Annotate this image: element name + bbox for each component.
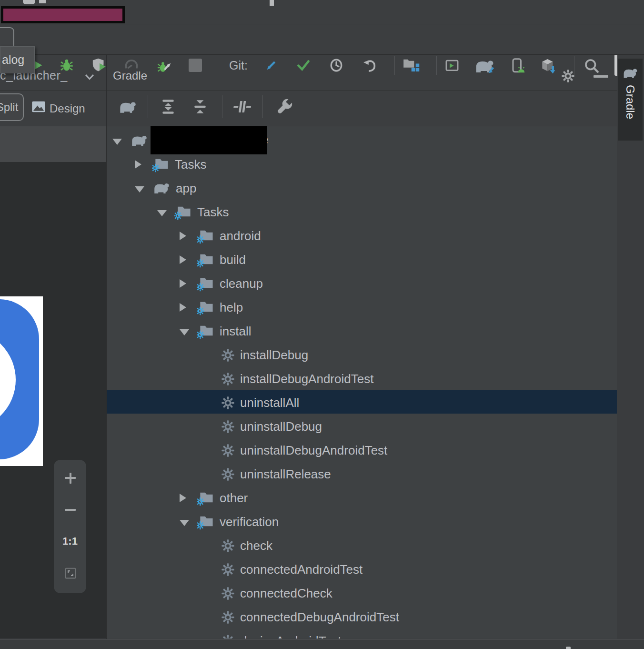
task-folder-icon <box>197 323 215 340</box>
tree-row-verification[interactable]: verification <box>107 509 617 533</box>
gradle-module-icon <box>152 181 171 196</box>
gradle-module-icon <box>130 133 149 148</box>
tree-row-label: uninstallDebugAndroidTest <box>240 443 387 457</box>
gradle-task-icon <box>221 610 235 625</box>
toolbar-separator <box>216 56 216 75</box>
sdk-manager-icon[interactable] <box>539 57 558 75</box>
collapse-all-icon[interactable] <box>191 96 210 117</box>
update-project-icon[interactable] <box>263 57 279 73</box>
tree-row-connectedCheck[interactable]: connectedCheck <box>107 580 617 604</box>
tree-row-build[interactable]: build <box>107 247 617 271</box>
tree-row-uninstallRelease[interactable]: uninstallRelease <box>107 461 617 485</box>
editor-tab-strip: >> <box>0 126 106 162</box>
window-title-fragment <box>39 0 46 3</box>
tree-row-cleanup[interactable]: cleanup <box>107 271 617 294</box>
tree-row-check[interactable]: check <box>107 533 617 557</box>
tree-row-label: build <box>220 253 246 267</box>
gradle-task-icon <box>221 586 235 601</box>
task-folder-icon <box>197 252 215 268</box>
tooltip-text: alog <box>2 53 24 66</box>
split-mode-button[interactable]: Split <box>0 93 24 121</box>
task-folder-icon <box>197 275 215 292</box>
task-folder-icon <box>152 156 170 173</box>
history-icon[interactable] <box>328 57 344 73</box>
toolbar-separator <box>262 95 263 118</box>
tree-row-label: Tasks <box>197 205 229 219</box>
tree-row-other[interactable]: other <box>107 485 617 509</box>
tree-row-label: uninstallDebug <box>240 419 322 434</box>
tree-row-uninstallDebugAndroidTest[interactable]: uninstallDebugAndroidTest <box>107 437 617 461</box>
zoom-actual-size-button[interactable]: 1:1 <box>54 535 86 548</box>
collapse-arrow-icon[interactable] <box>135 176 147 200</box>
window-title-fragment <box>270 0 274 6</box>
tree-row-install[interactable]: install <box>107 318 617 342</box>
status-bar <box>0 639 644 649</box>
design-preview-canvas: 1:1 <box>0 162 106 639</box>
tree-row-uninstallAll[interactable]: uninstallAll <box>107 390 617 414</box>
tree-row-android[interactable]: android <box>107 223 617 247</box>
tool-window-strip: Gradle <box>617 55 644 649</box>
hide-panel-icon[interactable] <box>594 75 608 78</box>
gradle-strip-tab-label: Gradle <box>624 85 637 119</box>
expand-arrow-icon[interactable] <box>180 295 192 319</box>
tree-row-label: verification <box>220 515 279 529</box>
tree-row-connectedAndroidTest[interactable]: connectedAndroidTest <box>107 557 617 580</box>
gradle-sync-icon[interactable] <box>473 57 495 75</box>
tree-row-uninstallDebug[interactable]: uninstallDebug <box>107 414 617 437</box>
design-mode-button[interactable]: Design <box>50 102 85 115</box>
settings-gear-icon[interactable] <box>561 69 575 83</box>
commit-icon[interactable] <box>295 57 312 73</box>
divider <box>0 54 644 55</box>
collapse-arrow-icon[interactable] <box>180 510 192 534</box>
gradle-task-icon <box>221 443 235 458</box>
task-folder-icon <box>174 204 192 221</box>
android-studio-window: Git: <box>0 0 644 649</box>
tree-row-deviceAndroidTest[interactable]: deviceAndroidTest <box>107 628 617 639</box>
tree-row-label: deviceAndroidTest <box>240 634 341 639</box>
collapse-arrow-icon[interactable] <box>157 200 170 224</box>
tree-row-help[interactable]: help <box>107 294 617 318</box>
main-toolbar: Git: <box>0 24 644 54</box>
tree-row-label: check <box>240 538 272 553</box>
device-manager-icon[interactable] <box>509 57 526 74</box>
run-tool-window-icon[interactable] <box>443 57 461 73</box>
toolbar-separator <box>148 95 148 118</box>
search-icon[interactable] <box>583 57 600 74</box>
collapse-arrow-icon[interactable] <box>180 319 192 343</box>
toolbar-separator <box>394 56 395 75</box>
tree-row-label: connectedAndroidTest <box>240 562 362 577</box>
tree-row-label: installDebugAndroidTest <box>240 372 373 386</box>
task-folder-icon <box>197 299 215 316</box>
tree-row-Tasks[interactable]: Tasks <box>107 152 617 175</box>
gradle-task-icon <box>221 538 235 553</box>
expand-arrow-icon[interactable] <box>180 224 192 248</box>
design-mode-icon <box>31 101 46 113</box>
zoom-controls: 1:1 <box>54 460 86 593</box>
expand-arrow-icon[interactable] <box>135 152 147 176</box>
offline-mode-icon[interactable] <box>231 96 252 117</box>
project-structure-icon[interactable] <box>402 57 421 74</box>
gradle-task-icon <box>221 395 235 410</box>
expand-arrow-icon[interactable] <box>180 248 192 272</box>
rollback-icon[interactable] <box>361 57 377 73</box>
tree-row-installDebug[interactable]: installDebug <box>107 342 617 366</box>
expand-arrow-icon[interactable] <box>180 272 192 295</box>
divider <box>0 91 617 91</box>
attach-debugger-icon[interactable] <box>155 57 172 74</box>
expand-arrow-icon[interactable] <box>180 486 192 510</box>
tree-row-connectedDebugAndroidTest[interactable]: connectedDebugAndroidTest <box>107 604 617 628</box>
profile-icon[interactable] <box>91 57 108 73</box>
chevron-down-icon[interactable] <box>85 74 94 80</box>
tree-row-installDebugAndroidTest[interactable]: installDebugAndroidTest <box>107 366 617 390</box>
task-folder-icon <box>197 514 215 530</box>
gradle-task-icon <box>221 419 235 434</box>
tree-row-Tasks[interactable]: Tasks <box>107 199 617 223</box>
zoom-fit-icon[interactable] <box>64 567 77 579</box>
build-tool-settings-icon[interactable] <box>275 97 295 117</box>
expand-all-icon[interactable] <box>159 96 178 117</box>
collapse-arrow-icon[interactable] <box>112 129 125 152</box>
tree-row-app[interactable]: app <box>107 175 617 199</box>
gradle-elephant-icon[interactable] <box>118 99 138 115</box>
stop-icon[interactable] <box>189 59 202 72</box>
gradle-strip-tab[interactable]: Gradle <box>618 59 643 141</box>
